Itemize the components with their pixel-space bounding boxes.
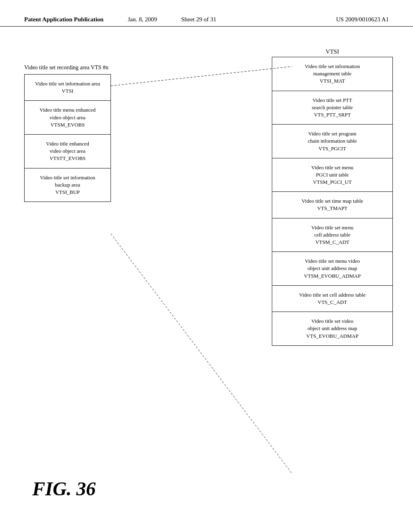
vtsi-title: VTSI <box>272 48 393 55</box>
left-section: Video title set recording area VTS #n Vi… <box>24 64 111 202</box>
right-item-vts-c-adt: Video title set cell address tableVTS_C_… <box>272 286 392 312</box>
fig-label: FIG. 36 <box>32 478 96 500</box>
left-box: Video title set information areaVTSI Vid… <box>24 74 111 202</box>
header-sheet: Sheet 29 of 31 <box>181 16 216 23</box>
right-item-vts-tmapt: Video title set time map tableVTS_TMAPT <box>272 192 392 218</box>
right-item-vtsm-evobu-admap: Video title set menu videoobject unit ad… <box>272 252 392 286</box>
page-header: Patent Application Publication Jan. 8, 2… <box>0 0 413 27</box>
svg-line-0 <box>111 66 292 86</box>
header-number: US 2009/0010623 A1 <box>336 16 389 23</box>
left-item-vtsi: Video title set information areaVTSI <box>25 75 111 101</box>
right-item-vts-evobu-admap: Video title set videoobject unit address… <box>272 312 392 345</box>
vts-label: Video title set recording area VTS #n <box>24 64 111 71</box>
left-item-vtsi-bup: Video title set informationbackup areaVT… <box>25 168 111 202</box>
header-date: Jan. 8, 2009 <box>128 16 157 23</box>
left-item-vtstt-evobs: Video title enhancedvideo object areaVTS… <box>25 135 111 168</box>
right-box: Video title set informationmanagement ta… <box>272 57 393 346</box>
svg-line-1 <box>111 234 292 474</box>
right-section: VTSI Video title set informationmanageme… <box>272 48 393 346</box>
right-item-vtsi-mat: Video title set informationmanagement ta… <box>272 57 392 91</box>
right-item-vts-pgcit: Video title set programchain information… <box>272 125 392 158</box>
left-item-vtsm-evobs: Video title menu enhancedvideo object ar… <box>25 101 111 135</box>
right-item-vts-ptt-srpt: Video title set PTTsearch pointer tableV… <box>272 91 392 125</box>
right-item-vtsm-c-adt: Video title set menucell address tableVT… <box>272 218 392 252</box>
patent-label: Patent Application Publication <box>24 16 104 23</box>
right-item-vtsm-pgci-ut: Video title set menuPGCI unit tableVTSM_… <box>272 158 392 192</box>
